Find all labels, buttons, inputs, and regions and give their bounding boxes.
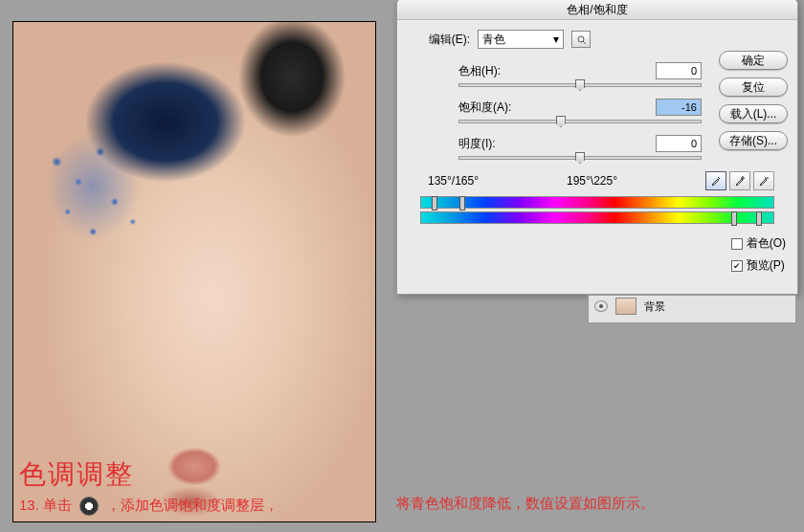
saturation-label: 饱和度(A): xyxy=(458,100,554,116)
preview-checkbox[interactable] xyxy=(731,260,743,272)
lightness-slider[interactable] xyxy=(458,156,702,160)
ok-button[interactable]: 确定 xyxy=(719,51,788,70)
layer-row[interactable]: 背景 xyxy=(589,296,795,317)
colorize-checkbox[interactable] xyxy=(731,238,743,250)
hue-input[interactable] xyxy=(656,62,702,79)
colorize-label: 着色(O) xyxy=(747,235,786,252)
load-button[interactable]: 载入(L)... xyxy=(719,104,788,123)
lightness-label: 明度(I): xyxy=(458,136,554,152)
instruction-text: 将青色饱和度降低，数值设置如图所示。 xyxy=(396,495,798,513)
saturation-slider-group: 饱和度(A): xyxy=(458,99,702,123)
hue-marker[interactable] xyxy=(459,196,465,211)
saturation-input[interactable] xyxy=(656,99,702,116)
lightness-input[interactable] xyxy=(656,135,702,152)
range-left: 135°/165° xyxy=(428,174,479,188)
flyout-menu-button[interactable] xyxy=(571,31,591,48)
edit-dropdown[interactable]: 青色 ▾ xyxy=(478,30,564,49)
eyedropper-subtract-icon[interactable] xyxy=(753,171,774,190)
eyedropper-icon[interactable] xyxy=(705,171,726,190)
layers-panel: 背景 xyxy=(588,295,796,323)
adjustment-layer-icon xyxy=(79,497,99,516)
edit-label: 编辑(E): xyxy=(409,32,470,48)
layer-thumbnail xyxy=(615,298,636,315)
hue-marker[interactable] xyxy=(756,211,762,226)
hue-marker[interactable] xyxy=(432,196,437,211)
eyedropper-add-icon[interactable] xyxy=(729,171,750,190)
chevron-down-icon: ▾ xyxy=(553,33,559,46)
save-button[interactable]: 存储(S)... xyxy=(719,131,788,150)
hue-slider[interactable] xyxy=(458,83,702,87)
saturation-slider[interactable] xyxy=(458,120,702,123)
photo-preview xyxy=(13,22,375,521)
hue-marker[interactable] xyxy=(731,211,737,226)
hue-bar-top[interactable] xyxy=(420,196,774,209)
slider-thumb[interactable] xyxy=(575,79,585,91)
layer-name: 背景 xyxy=(644,299,665,314)
hue-range-bars xyxy=(420,196,774,224)
lightness-slider-group: 明度(I): xyxy=(458,135,702,160)
slider-thumb[interactable] xyxy=(556,116,566,127)
range-right: 195°\225° xyxy=(567,174,617,188)
canvas-area: 色调调整 13. 单击 ，添加色调饱和度调整层， xyxy=(12,21,376,522)
hue-label: 色相(H): xyxy=(458,63,554,79)
overlay-step: 13. 单击 ，添加色调饱和度调整层， xyxy=(19,497,279,516)
preview-label: 预览(P) xyxy=(747,257,785,274)
hue-slider-group: 色相(H): xyxy=(458,62,702,87)
hue-saturation-dialog: 色相/饱和度 编辑(E): 青色 ▾ 色相(H): 饱和度(A): xyxy=(396,0,798,295)
dialog-title: 色相/饱和度 xyxy=(397,0,797,20)
overlay-title: 色调调整 xyxy=(19,456,134,493)
slider-thumb[interactable] xyxy=(575,152,585,164)
visibility-icon[interactable] xyxy=(594,300,608,312)
hue-bar-bottom[interactable] xyxy=(420,211,774,224)
reset-button[interactable]: 复位 xyxy=(719,78,788,97)
